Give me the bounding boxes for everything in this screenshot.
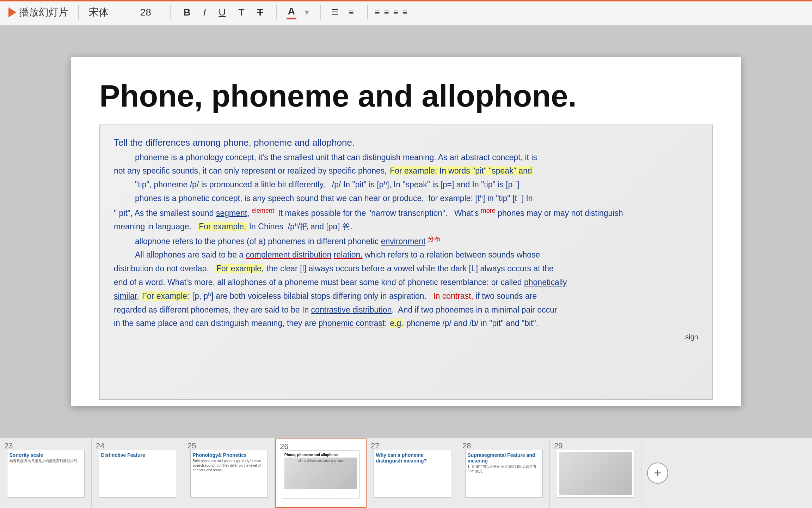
thumb-box-27: Why can a phoneme distinguish meaning? bbox=[374, 450, 451, 498]
thumb-title-28: Suprasegmental Feature and meaning bbox=[468, 452, 540, 464]
thumb-number-26: 26 bbox=[280, 442, 288, 451]
justify-icon[interactable]: ≡ bbox=[393, 7, 398, 17]
underline-button[interactable]: U bbox=[216, 5, 228, 19]
bold-button[interactable]: B bbox=[180, 5, 193, 19]
align-center-icon[interactable]: ≡ bbox=[349, 7, 354, 17]
slide[interactable]: Phone, phoneme and allophone. Tell the d… bbox=[71, 57, 741, 406]
add-slide-icon: + bbox=[654, 466, 661, 480]
divider-5 bbox=[367, 5, 368, 19]
main-area: Phone, phoneme and allophone. Tell the d… bbox=[0, 25, 812, 508]
align-arrow[interactable]: · bbox=[343, 8, 345, 17]
color-arrow[interactable]: ▼ bbox=[303, 8, 310, 17]
note-line-14: in the same place and can distinguish me… bbox=[114, 317, 698, 330]
note-line-11: end of a word. What's more, all allophon… bbox=[114, 276, 698, 289]
divider-3 bbox=[276, 5, 277, 19]
thumb-number-25: 25 bbox=[187, 441, 196, 450]
note-line-4: "tip", phoneme /p/ is pronounced a littl… bbox=[114, 178, 698, 191]
align-left-icon[interactable]: ☰ bbox=[331, 7, 339, 17]
thumb-title-24: Distinctive Feature bbox=[101, 452, 174, 458]
thumb-title-27: Why can a phoneme distinguish meaning? bbox=[376, 452, 449, 464]
thumb-title-23: Sonority scale bbox=[10, 452, 82, 458]
thumb-desc-28: 1. 音 量字节以区分词语和缩短词语 2.超音节 3.Im 女儿 bbox=[468, 464, 540, 473]
note-line-9: All allophones are said to be a compleme… bbox=[114, 248, 698, 261]
play-slideshow-button[interactable]: 播放幻灯片 bbox=[8, 6, 68, 19]
font-size[interactable]: 28 bbox=[140, 7, 151, 18]
divider-2 bbox=[170, 5, 171, 19]
thumb-title-25: Phonology& Phonetics bbox=[193, 452, 265, 458]
thumb-box-24: Distinctive Feature bbox=[99, 450, 176, 498]
color-label: A bbox=[288, 6, 295, 17]
note-line-13: regarded as different phonemes, they are… bbox=[114, 303, 698, 316]
thumb-title-26: Phone, phoneme and allophone. bbox=[284, 453, 357, 457]
align-right-icon[interactable]: ≡ bbox=[384, 7, 389, 17]
thumbnail-24[interactable]: 24 Distinctive Feature bbox=[92, 439, 183, 508]
thumb-box-23: Sonority scale 响音尺度/共鸣尺度是共鸣度最高到最低排列 bbox=[7, 450, 85, 498]
note-line-2: phoneme is a phonology concept, it's the… bbox=[114, 151, 698, 164]
thumb-number-23: 23 bbox=[4, 441, 13, 450]
note-line-10: distribution do not overlap. For example… bbox=[114, 262, 698, 275]
note-line-7: meaning in language. For example, In Chi… bbox=[114, 220, 698, 233]
note-line-1: Tell the differences among phone, phonem… bbox=[114, 135, 698, 150]
thumbnail-28[interactable]: 28 Suprasegmental Feature and meaning 1.… bbox=[458, 439, 550, 508]
color-bar bbox=[287, 18, 296, 19]
thumbnail-27[interactable]: 27 Why can a phoneme distinguish meaning… bbox=[367, 439, 458, 508]
play-icon bbox=[8, 7, 16, 17]
font-dot: · bbox=[131, 8, 133, 17]
toolbar-accent bbox=[0, 0, 812, 1]
thumb-image-26: Tell the differences among phone... bbox=[284, 458, 357, 489]
text-button[interactable]: T bbox=[236, 5, 247, 19]
alignment-group: ☰ · ≡ · ≡ ≡ ≡ ≡ bbox=[331, 5, 407, 19]
play-label: 播放幻灯片 bbox=[19, 6, 68, 19]
thumb-number-24: 24 bbox=[96, 441, 104, 450]
thumbnail-29[interactable]: 29 bbox=[550, 439, 641, 508]
thumbnail-23[interactable]: 23 Sonority scale 响音尺度/共鸣尺度是共鸣度最高到最低排列 bbox=[0, 439, 92, 508]
slide-area: Phone, phoneme and allophone. Tell the d… bbox=[0, 25, 812, 437]
thumbnail-25[interactable]: 25 Phonology& Phonetics Both phonetics a… bbox=[183, 439, 275, 508]
thumb-number-29: 29 bbox=[554, 441, 562, 450]
font-color-button[interactable]: A bbox=[287, 6, 296, 19]
font-name[interactable]: 宋体 bbox=[89, 6, 124, 19]
thumb-box-26: Phone, phoneme and allophone. Tell the d… bbox=[282, 450, 359, 498]
slide-title: Phone, phoneme and allophone. bbox=[99, 78, 713, 114]
note-line-5: phones is a phonetic concept, is any spe… bbox=[114, 192, 698, 205]
thumb-number-27: 27 bbox=[371, 441, 379, 450]
thumbnail-26[interactable]: 26 Phone, phoneme and allophone. Tell th… bbox=[275, 439, 367, 508]
thumb-image-29 bbox=[559, 452, 632, 495]
thumbnail-strip: 23 Sonority scale 响音尺度/共鸣尺度是共鸣度最高到最低排列 2… bbox=[0, 437, 812, 508]
size-dot: · bbox=[158, 8, 160, 17]
italic-button[interactable]: I bbox=[201, 5, 209, 19]
note-line-15: sign bbox=[114, 331, 698, 343]
note-line-6: " pit", As the smallest sound segment, e… bbox=[114, 206, 698, 219]
list-icon[interactable]: ≡ bbox=[375, 7, 380, 17]
toolbar: 播放幻灯片 宋体 · 28 · B I U T T A ▼ ☰ · ≡ · ≡ … bbox=[0, 0, 812, 25]
notes-content: Tell the differences among phone, phonem… bbox=[100, 125, 712, 399]
add-slide-button[interactable]: + bbox=[647, 462, 668, 484]
thumb-box-29 bbox=[557, 450, 634, 498]
thumb-number-28: 28 bbox=[462, 441, 471, 450]
slide-image: Tell the differences among phone, phonem… bbox=[99, 125, 713, 400]
note-line-8: allophone refers to the phones (of a) ph… bbox=[114, 234, 698, 248]
divider-1 bbox=[78, 5, 79, 19]
thumb-box-25: Phonology& Phonetics Both phonetics and … bbox=[190, 450, 268, 498]
thumb-box-28: Suprasegmental Feature and meaning 1. 音 … bbox=[465, 450, 543, 498]
note-line-12: similar, For example: [p, pʰ] are both v… bbox=[114, 290, 698, 303]
note-line-3: not any specific sounds, it can only rep… bbox=[114, 164, 698, 177]
thumb-desc-25: Both phonetics and phonology study human… bbox=[193, 459, 265, 472]
indent-icon[interactable]: ≡ bbox=[402, 7, 407, 17]
align2-arrow[interactable]: · bbox=[358, 8, 360, 17]
divider-4 bbox=[320, 5, 321, 19]
strikethrough-button[interactable]: T bbox=[254, 5, 266, 19]
thumb-desc-23: 响音尺度/共鸣尺度是共鸣度最高到最低排列 bbox=[10, 459, 82, 463]
